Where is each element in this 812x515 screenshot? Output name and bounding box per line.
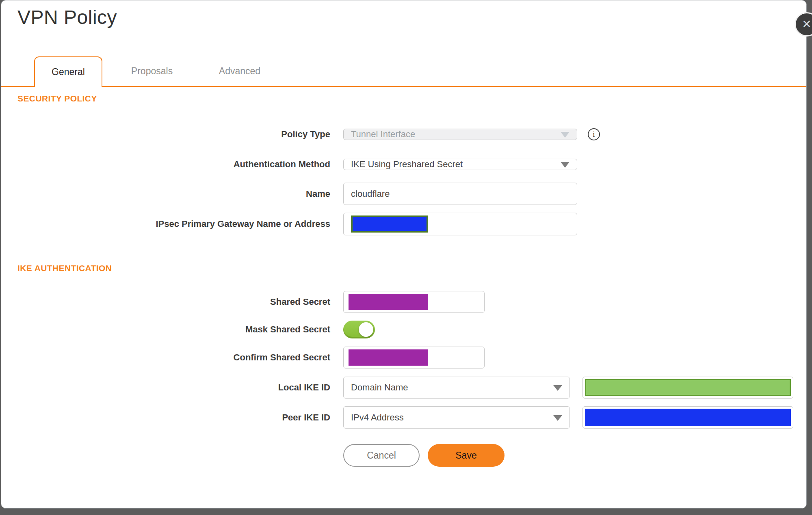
redacted-shared-secret-value (349, 294, 428, 310)
tab-advanced[interactable]: Advanced (205, 56, 274, 86)
redacted-confirm-shared-secret-value (349, 349, 428, 366)
policy-type-value: Tunnel Interface (351, 129, 415, 140)
vpn-policy-dialog: VPN Policy General Proposals Advanced SE… (1, 0, 807, 509)
row-policy-type: Policy Type Tunnel Interface i (17, 123, 798, 146)
row-confirm-shared-secret: Confirm Shared Secret (17, 347, 798, 368)
tab-bar: General Proposals Advanced (1, 56, 806, 87)
shared-secret-input[interactable] (343, 291, 485, 313)
row-name: Name (17, 183, 798, 205)
section-heading-ike-authentication: IKE AUTHENTICATION (17, 263, 112, 273)
info-icon[interactable]: i (588, 128, 600, 140)
peer-ike-id-type-value: IPv4 Address (351, 412, 404, 423)
local-ike-id-value-input[interactable] (582, 377, 793, 399)
authentication-method-select[interactable]: IKE Using Preshared Secret (343, 159, 577, 170)
chevron-down-icon (553, 415, 562, 421)
row-mask-shared-secret: Mask Shared Secret (17, 321, 798, 338)
chevron-down-icon (561, 162, 569, 168)
redacted-peer-ike-id-value (585, 409, 791, 426)
local-ike-id-type-value: Domain Name (351, 382, 408, 393)
peer-ike-id-type-select[interactable]: IPv4 Address (343, 406, 570, 429)
row-local-ike-id: Local IKE ID Domain Name (17, 377, 798, 399)
ipsec-primary-gateway-label: IPsec Primary Gateway Name or Address (17, 219, 330, 229)
cancel-button[interactable]: Cancel (343, 444, 420, 467)
row-authentication-method: Authentication Method IKE Using Preshare… (17, 153, 798, 176)
name-label: Name (17, 189, 330, 199)
authentication-method-label: Authentication Method (17, 159, 330, 170)
save-button[interactable]: Save (428, 444, 505, 467)
chevron-down-icon (561, 132, 569, 138)
confirm-shared-secret-label: Confirm Shared Secret (17, 352, 330, 363)
tab-proposals-label: Proposals (131, 66, 173, 77)
shared-secret-label: Shared Secret (17, 297, 330, 307)
section-heading-security-policy: SECURITY POLICY (17, 94, 97, 103)
chevron-down-icon (553, 385, 562, 391)
confirm-shared-secret-input[interactable] (343, 347, 485, 368)
page-title: VPN Policy (17, 6, 117, 28)
row-peer-ike-id: Peer IKE ID IPv4 Address (17, 406, 798, 429)
redacted-local-ike-id-value (585, 379, 791, 396)
close-icon: ✕ (802, 19, 811, 30)
toggle-knob (359, 322, 373, 337)
local-ike-id-label: Local IKE ID (17, 382, 330, 393)
peer-ike-id-label: Peer IKE ID (17, 412, 330, 423)
mask-shared-secret-label: Mask Shared Secret (17, 324, 330, 335)
authentication-method-value: IKE Using Preshared Secret (351, 159, 463, 170)
tab-advanced-label: Advanced (219, 66, 260, 77)
ipsec-primary-gateway-input[interactable] (343, 213, 577, 235)
name-input[interactable] (343, 183, 577, 205)
local-ike-id-type-select[interactable]: Domain Name (343, 377, 570, 399)
row-ipsec-primary-gateway: IPsec Primary Gateway Name or Address (17, 213, 798, 235)
policy-type-label: Policy Type (17, 129, 330, 140)
peer-ike-id-value-input[interactable] (582, 406, 793, 429)
mask-shared-secret-toggle[interactable] (343, 321, 375, 338)
dialog-actions: Cancel Save (17, 444, 798, 467)
redacted-gateway-value (351, 215, 428, 233)
policy-type-select: Tunnel Interface (343, 129, 577, 140)
row-shared-secret: Shared Secret (17, 291, 798, 313)
tab-general[interactable]: General (34, 56, 102, 87)
tab-general-label: General (52, 67, 85, 78)
tab-proposals[interactable]: Proposals (117, 56, 186, 86)
